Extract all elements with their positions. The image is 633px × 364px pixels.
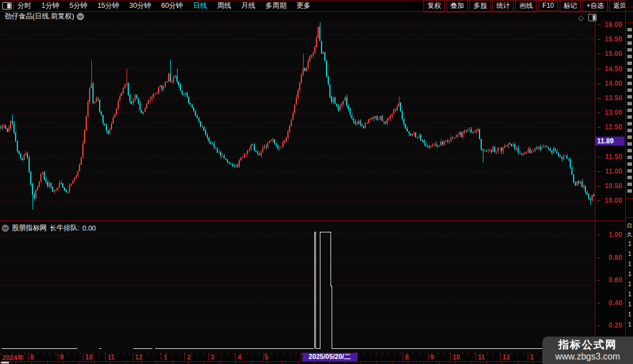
price-axis: 16.0015.5015.0014.5014.0013.5013.0012.50…: [595, 11, 625, 353]
axis-tick: [597, 171, 601, 172]
date-tick-label: 12: [135, 353, 142, 361]
price-gridline: [0, 25, 595, 25]
indicator-chevron-icon[interactable]: [2, 225, 9, 232]
more-arrow-icon[interactable]: ›: [306, 2, 308, 10]
strip-char: 1: [626, 271, 633, 277]
indicator-panel[interactable]: 股朋指标网 长牛排队: 0.00: [0, 221, 595, 353]
date-tick-label: 1: [530, 353, 534, 361]
toolbar-right-buttons: 复权叠加多股统计画线F10标记+自选返回: [423, 0, 633, 12]
indicator-gridline: [0, 235, 595, 235]
chart-title-row: 劲仔食品(日线.前复权): [4, 12, 84, 21]
toolbar-button-多股[interactable]: 多股: [469, 0, 491, 12]
strip-char: 1: [626, 291, 633, 297]
indicator-axis-label: 0.20: [608, 321, 622, 329]
indicator-source: 股朋指标网: [12, 223, 47, 233]
strip-char: 1: [626, 321, 633, 328]
axis-tick: [597, 98, 601, 99]
axis-tick: [597, 258, 601, 258]
clipped-text-fragment: [1, 362, 9, 363]
date-axis[interactable]: 2024年89101112123458910111212025/05/20/二: [0, 353, 633, 361]
period-tab-11[interactable]: 更多: [296, 1, 310, 11]
price-label: 16.00: [604, 21, 622, 29]
toolbar-button-F10[interactable]: F10: [538, 1, 558, 11]
price-gridline: [0, 142, 595, 142]
strip-char: 1: [626, 261, 633, 267]
price-gridline: [0, 186, 595, 186]
price-label: 10.50: [604, 182, 622, 190]
axis-tick: [597, 83, 601, 84]
period-tab-10[interactable]: 多周期: [266, 1, 287, 11]
strip-char: 1: [626, 311, 633, 318]
price-label: 13.00: [604, 109, 622, 116]
axis-tick: [597, 113, 601, 113]
date-tick-label: 8: [405, 353, 409, 361]
toolbar-button-叠加[interactable]: 叠加: [446, 0, 468, 12]
chevron-down-circle-icon[interactable]: [77, 13, 84, 20]
toolbar-button-标记[interactable]: 标记: [560, 0, 581, 12]
axis-tick: [597, 325, 601, 326]
watermark-title: 指标公式网: [558, 339, 617, 351]
price-label: 11.00: [605, 167, 622, 175]
clipped-bottom-row: [0, 361, 633, 364]
price-gridline: [0, 157, 595, 157]
axis-tick: [597, 303, 601, 304]
indicator-gridline: [0, 258, 595, 258]
price-gridline: [0, 127, 595, 128]
strip-char: 1: [626, 301, 633, 307]
price-label: 12.50: [604, 123, 622, 131]
selected-date-badge: 2025/05/20/二: [302, 353, 357, 361]
date-cell-boundary: [476, 353, 476, 361]
period-tab-6[interactable]: 60分钟: [161, 1, 183, 11]
period-tab-8[interactable]: 周线: [217, 1, 231, 11]
toolbar-button-画线[interactable]: 画线: [515, 0, 537, 12]
period-tab-5[interactable]: 30分钟: [129, 1, 151, 11]
date-tick-label: 10: [453, 353, 460, 361]
panel-divider: [0, 221, 625, 221]
period-tab-3[interactable]: 5分钟: [69, 1, 87, 11]
axis-tick: [597, 54, 601, 54]
date-tick-label: 5: [264, 353, 268, 361]
axis-tick: [597, 200, 601, 201]
price-label: 14.00: [604, 80, 622, 87]
date-cell-boundary: [58, 353, 58, 361]
date-cell-boundary: [133, 353, 133, 361]
toolbar-button-+自选[interactable]: +自选: [583, 0, 608, 12]
date-cell-boundary: [28, 353, 29, 361]
date-cell-boundary: [500, 353, 501, 361]
toolbar-separator: [13, 1, 14, 12]
price-gridline: [0, 98, 595, 99]
clipped-vertical-text: [627, 25, 632, 193]
period-tab-7[interactable]: 日线: [193, 1, 207, 11]
indicator-gridline: [0, 325, 595, 326]
indicator-gridline: [0, 303, 595, 304]
strip-char: 1: [626, 241, 633, 247]
indicator-axis-label: 0.60: [608, 276, 622, 284]
price-gridline: [0, 69, 595, 69]
diamond-icon[interactable]: ◇: [578, 14, 584, 21]
axis-vline: [595, 11, 595, 353]
date-cell-boundary: [184, 353, 185, 361]
price-gridline: [0, 39, 595, 40]
period-tab-4[interactable]: 15分钟: [97, 1, 119, 11]
toolbar-button-复权[interactable]: 复权: [423, 0, 445, 12]
period-tab-9[interactable]: 月线: [241, 1, 255, 11]
date-tick-label: 1: [164, 353, 167, 361]
main-chart[interactable]: [0, 20, 595, 221]
period-tabs: 分时1分钟5分钟15分钟30分钟60分钟日线周线月线多周期更多: [17, 1, 310, 11]
toolbar-button-统计[interactable]: 统计: [492, 0, 514, 12]
date-tick-label: 8: [30, 353, 34, 361]
right-edge-clipped-panel: 自久111111111: [625, 0, 633, 364]
last-price-badge: 11.89: [595, 137, 625, 146]
date-cell-boundary: [263, 353, 264, 361]
axis-tick: [597, 39, 601, 40]
period-tab-2[interactable]: 1分钟: [41, 1, 59, 11]
date-tick-label: 2: [187, 353, 191, 361]
indicator-value: 0.00: [82, 225, 96, 232]
split-window-icon[interactable]: [2, 2, 12, 10]
indicator-header: 股朋指标网 长牛排队: 0.00: [2, 223, 96, 233]
panel-toggle-icon[interactable]: [588, 14, 597, 21]
strip-char: 久: [626, 231, 633, 239]
date-tick-label: 11: [478, 353, 485, 361]
period-tab-1[interactable]: 分时: [17, 1, 31, 11]
indicator-line: [314, 232, 594, 348]
